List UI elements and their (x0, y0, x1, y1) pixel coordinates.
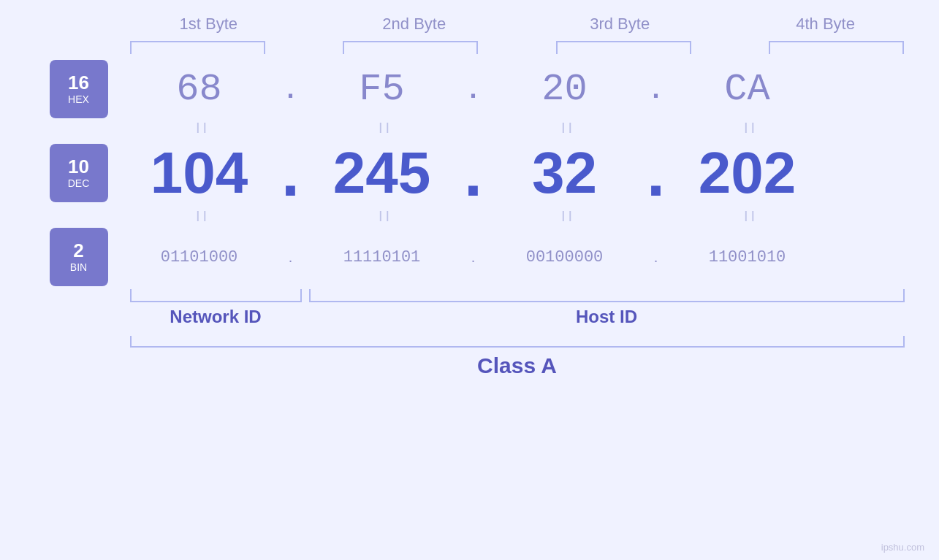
bin-val-2: 11110101 (309, 248, 455, 266)
bin-badge: 2 BIN (50, 228, 108, 286)
dec-row: 10 DEC 104 . 245 . 32 . 202 (31, 139, 908, 207)
host-id-label: Host ID (309, 307, 905, 327)
dec-badge-label: DEC (68, 177, 90, 189)
dec-badge-area: 10 DEC (31, 144, 126, 202)
eq-2-4: II (678, 208, 824, 225)
top-brackets (130, 41, 905, 54)
bin-dot-2: . (455, 249, 492, 266)
dec-dot-3: . (638, 140, 674, 206)
bin-values: 01101000 . 11110101 . 00100000 . 1100101… (126, 248, 908, 266)
dec-val-1: 104 (126, 139, 273, 207)
bracket-top-2 (343, 41, 478, 54)
main-container: 1st Byte 2nd Byte 3rd Byte 4th Byte 16 H… (0, 0, 939, 560)
hex-row: 16 HEX 68 . F5 . 20 . CA (31, 60, 908, 118)
hex-val-4: CA (674, 68, 821, 111)
bin-dot-1: . (273, 249, 309, 266)
byte3-header: 3rd Byte (547, 15, 693, 34)
hex-badge-label: HEX (68, 93, 89, 105)
hex-val-3: 20 (492, 68, 638, 111)
bin-val-3: 00100000 (492, 248, 638, 266)
eq-1-3: II (495, 120, 642, 137)
bracket-top-3 (556, 41, 691, 54)
hex-badge-num: 16 (68, 73, 89, 92)
bin-badge-area: 2 BIN (31, 228, 126, 286)
dec-badge-num: 10 (68, 157, 89, 176)
bin-badge-label: BIN (70, 261, 87, 273)
hex-val-2: F5 (309, 68, 455, 111)
id-labels: Network ID Host ID (130, 307, 905, 327)
class-label: Class A (130, 353, 905, 378)
bracket-top-1 (130, 41, 265, 54)
dec-dot-2: . (455, 140, 492, 206)
eq-1-2: II (313, 120, 459, 137)
bin-val-4: 11001010 (674, 248, 821, 266)
bin-dot-3: . (638, 249, 674, 266)
bracket-network (130, 289, 302, 302)
hex-badge: 16 HEX (50, 60, 108, 118)
class-bracket (130, 336, 905, 348)
bracket-host (309, 289, 905, 302)
dec-val-4: 202 (674, 139, 821, 207)
hex-dot-1: . (273, 74, 309, 104)
dec-val-3: 32 (492, 139, 638, 207)
dec-dot-1: . (273, 140, 309, 206)
byte1-header: 1st Byte (135, 15, 281, 34)
byte4-header: 4th Byte (753, 15, 899, 34)
network-id-label: Network ID (130, 307, 302, 327)
byte-headers: 1st Byte 2nd Byte 3rd Byte 4th Byte (130, 15, 905, 34)
hex-dot-2: . (455, 74, 492, 104)
class-section: Class A (130, 336, 905, 378)
hex-val-1: 68 (126, 68, 273, 111)
hex-badge-area: 16 HEX (31, 60, 126, 118)
hex-values: 68 . F5 . 20 . CA (126, 68, 908, 111)
dec-values: 104 . 245 . 32 . 202 (126, 139, 908, 207)
hex-dot-3: . (638, 74, 674, 104)
eq-2-2: II (313, 208, 459, 225)
byte2-header: 2nd Byte (341, 15, 487, 34)
bin-row: 2 BIN 01101000 . 11110101 . 00100000 . 1… (31, 228, 908, 286)
bin-val-1: 01101000 (126, 248, 273, 266)
bin-badge-num: 2 (73, 241, 83, 260)
bracket-top-4 (769, 41, 904, 54)
eq-1-4: II (678, 120, 824, 137)
equals-row-2: II II II II (130, 208, 905, 225)
eq-2-3: II (495, 208, 642, 225)
eq-1-1: II (130, 120, 276, 137)
bottom-brackets-wrapper (130, 289, 905, 302)
dec-badge: 10 DEC (50, 144, 108, 202)
eq-2-1: II (130, 208, 276, 225)
equals-row-1: II II II II (130, 120, 905, 137)
dec-val-2: 245 (309, 139, 455, 207)
watermark: ipshu.com (881, 542, 924, 553)
